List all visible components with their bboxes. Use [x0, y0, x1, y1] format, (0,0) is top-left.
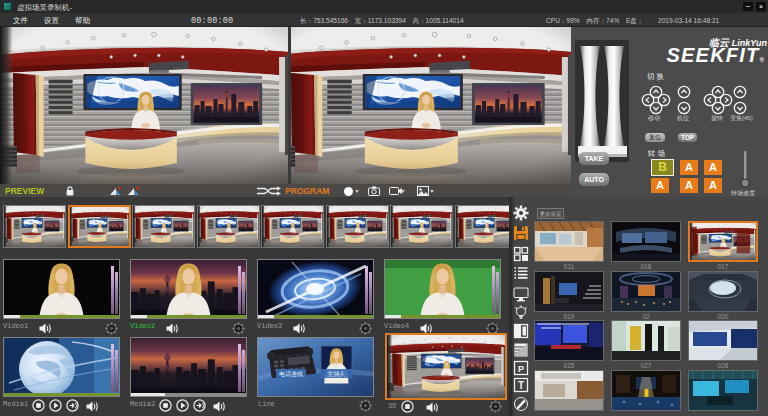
svg-text:T: T [518, 380, 524, 391]
svg-text:电话连线: 电话连线 [279, 371, 303, 378]
svg-text:P: P [518, 364, 524, 374]
svg-text:主持人: 主持人 [328, 370, 346, 378]
